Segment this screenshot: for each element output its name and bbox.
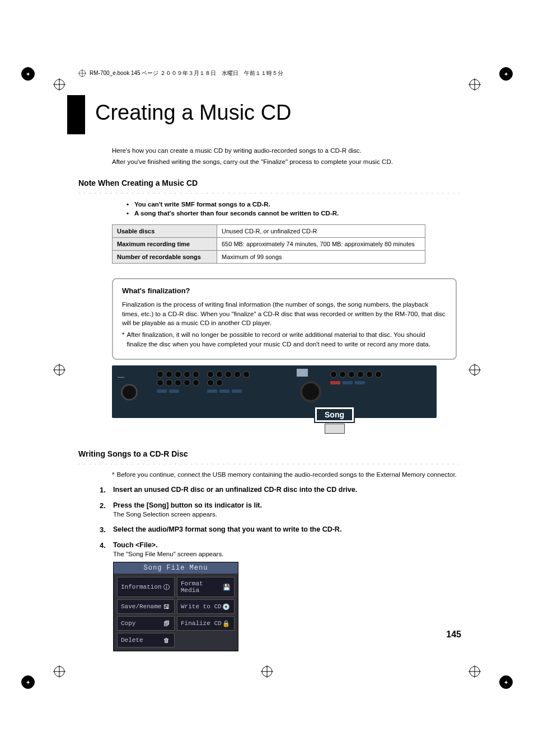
- menu-item-write-to-cd[interactable]: Write to CD 💿: [177, 599, 235, 614]
- divider-dots: . . . . . . . . . . . . . . . . . . . . …: [78, 189, 459, 195]
- crop-mark-icon: [53, 665, 65, 678]
- step-4-body: The "Song File Menu" screen appears.: [113, 551, 459, 557]
- step-2-body: The Song Selection screen appears.: [113, 511, 459, 518]
- spec-table: Usable discs Unused CD-R, or unfinalized…: [112, 224, 425, 264]
- crop-mark-icon: [53, 364, 65, 376]
- intro-line-1: Here's how you can create a music CD by …: [112, 146, 459, 156]
- table-row: Maximum recording time 650 MB: approxima…: [113, 238, 425, 251]
- step-3: Select the audio/MP3 format song that yo…: [100, 525, 459, 533]
- step-4: Touch <File>. The "Song File Menu" scree…: [100, 541, 459, 557]
- info-icon: ⓘ: [162, 583, 171, 591]
- disc-write-icon: 💿: [222, 603, 231, 611]
- page-number: 145: [446, 630, 461, 640]
- book-icon: [78, 69, 86, 77]
- song-button-callout: Song: [315, 407, 354, 422]
- asterisk-icon: *: [112, 471, 114, 478]
- chapter-marker: [67, 95, 85, 134]
- page-title: Creating a Music CD: [95, 101, 292, 125]
- divider-dots: . . . . . . . . . . . . . . . . . . . . …: [78, 459, 459, 466]
- save-icon: 🖫: [162, 603, 171, 611]
- registration-mark-icon: [21, 675, 35, 689]
- menu-item-label: Delete: [121, 637, 143, 644]
- menu-item-label: Information: [121, 584, 162, 590]
- spec-usable-discs-label: Usable discs: [113, 225, 217, 238]
- section-heading-notes: Note When Creating a Music CD: [78, 179, 459, 187]
- menu-item-label: Copy: [121, 620, 135, 627]
- spec-num-songs-label: Number of recordable songs: [113, 251, 217, 264]
- step-2: Press the [Song] button so its indicator…: [100, 501, 459, 518]
- finalization-note-box: What's finalization? Finalization is the…: [112, 278, 457, 360]
- trash-icon: 🗑: [162, 636, 171, 644]
- pre-note-text: Before you continue, connect the USB mem…: [116, 471, 456, 478]
- menu-item-information[interactable]: Information ⓘ: [117, 577, 175, 597]
- asterisk-icon: *: [122, 330, 124, 349]
- step-2-head: Press the [Song] button so its indicator…: [113, 501, 459, 509]
- step-1-head: Insert an unused CD-R disc or an unfinal…: [113, 486, 459, 494]
- spec-max-rec-time-label: Maximum recording time: [113, 238, 217, 251]
- spec-usable-discs-value: Unused CD-R, or unfinalized CD-R: [217, 225, 425, 238]
- song-button-icon: [325, 424, 345, 434]
- finalization-p2: After finalization, it will no longer be…: [127, 330, 447, 349]
- section-heading-writing: Writing Songs to a CD-R Disc: [78, 449, 459, 458]
- menu-title: Song File Menu: [114, 562, 238, 574]
- spec-max-rec-time-value: 650 MB: approximately 74 minutes, 700 MB…: [217, 238, 425, 251]
- registration-mark-icon: [21, 67, 35, 81]
- menu-item-label: Write to CD: [181, 603, 222, 610]
- hardware-panel-illustration: ▬▬▬ Song: [112, 365, 437, 418]
- finalization-p1: Finalization is the process of writing f…: [122, 300, 447, 328]
- step-1: Insert an unused CD-R disc or an unfinal…: [100, 486, 459, 494]
- crop-mark-icon: [53, 78, 65, 91]
- note-bullet-2: A song that's shorter than four seconds …: [134, 210, 459, 217]
- note-bullet-1: You can't write SMF format songs to a CD…: [134, 201, 459, 208]
- menu-item-format-media[interactable]: Format Media 💾: [177, 577, 235, 597]
- intro-line-2: After you've finished writing the songs,…: [112, 157, 459, 167]
- book-meta-header: RM-700_e.book 145 ページ ２００９年３月１８日 水曜日 午前１…: [78, 69, 283, 77]
- crop-mark-icon: [469, 665, 481, 678]
- menu-item-copy[interactable]: Copy 🗐: [117, 616, 175, 631]
- crop-mark-icon: [469, 78, 481, 91]
- meta-text: RM-700_e.book 145 ページ ２００９年３月１８日 水曜日 午前１…: [90, 69, 283, 77]
- crop-mark-icon: [469, 364, 481, 376]
- menu-item-save-rename[interactable]: Save/Rename 🖫: [117, 599, 175, 614]
- menu-item-label: Save/Rename: [121, 603, 162, 610]
- step-4-head: Touch <File>.: [113, 541, 459, 549]
- spec-num-songs-value: Maximum of 99 songs: [217, 251, 425, 264]
- menu-item-empty: [177, 633, 235, 647]
- registration-mark-icon: [499, 675, 513, 689]
- floppy-icon: 💾: [222, 583, 231, 591]
- song-file-menu-screenshot: Song File Menu Information ⓘ Format Medi…: [113, 562, 238, 651]
- menu-item-label: Finalize CD: [181, 620, 222, 627]
- menu-item-delete[interactable]: Delete 🗑: [117, 633, 175, 647]
- table-row: Number of recordable songs Maximum of 99…: [113, 251, 425, 264]
- disc-lock-icon: 🔒: [222, 619, 231, 627]
- step-3-head: Select the audio/MP3 format song that yo…: [113, 525, 459, 533]
- crop-mark-icon: [261, 665, 273, 678]
- table-row: Usable discs Unused CD-R, or unfinalized…: [113, 225, 425, 238]
- menu-item-finalize-cd[interactable]: Finalize CD 🔒: [177, 616, 235, 631]
- menu-item-label: Format Media: [181, 580, 222, 594]
- registration-mark-icon: [499, 67, 513, 81]
- finalization-title: What's finalization?: [122, 286, 447, 297]
- copy-icon: 🗐: [162, 619, 171, 627]
